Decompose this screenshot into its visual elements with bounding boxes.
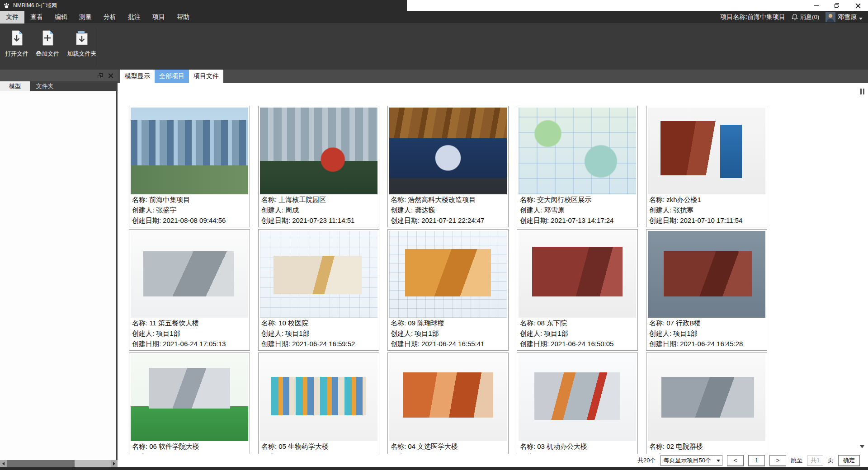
panel-close-button[interactable] <box>108 73 113 78</box>
project-card[interactable]: 名称:10 校医院 创建人:项目1部 创建日期:2021-06-24 16:59… <box>258 229 379 351</box>
project-thumbnail <box>260 354 377 441</box>
window-controls <box>806 0 868 11</box>
page-size-select[interactable]: 每页显示项目50个 <box>660 455 722 466</box>
tab-model-display[interactable]: 模型显示 <box>120 70 155 83</box>
project-name-line: 名称:03 机动办公大楼 <box>519 441 636 451</box>
close-icon <box>855 3 860 8</box>
panel-header <box>0 70 118 81</box>
tab-folder[interactable]: 文件夹 <box>30 81 60 91</box>
messages-button[interactable]: 消息(0) <box>792 13 819 21</box>
load-folder-button[interactable]: 加载文件夹 <box>63 28 101 58</box>
model-tree-area[interactable] <box>0 91 117 460</box>
projects-grid: 名称:前海中集项目 创建人:张盛宇 创建日期:2021-08-08 09:44:… <box>118 83 868 454</box>
project-card[interactable]: 名称:11 第五餐饮大楼 创建人:项目1部 创建日期:2021-06-24 17… <box>129 229 250 351</box>
panel-float-button[interactable] <box>98 73 103 78</box>
project-creator-line: 创建人:龚达巍 <box>389 205 507 215</box>
project-card[interactable]: 名称:06 软件学院大楼 创建人: 创建日期: <box>129 352 250 454</box>
open-file-label: 打开文件 <box>5 50 28 58</box>
project-creator-line: 创建人:周成 <box>260 205 377 215</box>
next-page-button[interactable]: > <box>769 455 786 466</box>
scrollbar-track[interactable] <box>75 460 111 467</box>
project-thumbnail <box>648 108 765 194</box>
project-card[interactable]: 名称:zkh办公楼1 创建人:张抗寒 创建日期:2021-07-10 17:11… <box>646 106 767 227</box>
project-name-line: 名称:07 行政B楼 <box>648 318 765 328</box>
menu-item[interactable]: 项目 <box>146 11 171 24</box>
panel-tabs: 模型 文件夹 <box>0 81 118 91</box>
jump-page-input[interactable]: 共1 <box>807 456 823 466</box>
project-thumbnail <box>389 108 507 194</box>
menu-item[interactable]: 编辑 <box>49 11 73 24</box>
app-icon <box>3 2 10 9</box>
prev-page-button[interactable]: < <box>727 455 744 466</box>
overlay-file-label: 叠加文件 <box>36 50 59 58</box>
project-card[interactable]: 名称:浩然高科大楼改造项目 创建人:龚达巍 创建日期:2021-07-21 22… <box>387 106 509 227</box>
tab-model[interactable]: 模型 <box>0 81 30 91</box>
project-date-line: 创建日期:2021-06-24 16:45:28 <box>648 338 765 349</box>
project-thumbnail <box>131 231 248 318</box>
project-name-line: 名称:zkh办公楼1 <box>648 194 765 205</box>
scroll-right-icon <box>113 462 115 465</box>
open-file-icon <box>9 29 25 47</box>
messages-label: 消息(0) <box>800 13 819 21</box>
horizontal-scrollbar <box>0 460 118 467</box>
project-date-line: 创建日期:2021-07-21 22:24:47 <box>389 215 507 226</box>
project-card[interactable]: 名称:交大闵行校区展示 创建人:邓雪原 创建日期:2021-07-13 14:1… <box>517 106 638 227</box>
project-card[interactable]: 名称:05 生物药学大楼 创建人: 创建日期: <box>258 352 379 454</box>
project-date-line: 创建日期:2021-07-23 11:14:51 <box>260 215 377 226</box>
project-card[interactable]: 名称:07 行政B楼 创建人:项目1部 创建日期:2021-06-24 16:4… <box>646 229 767 351</box>
project-card[interactable]: 名称:08 东下院 创建人:项目1部 创建日期:2021-06-24 16:50… <box>517 229 638 351</box>
menu-bar: 文件 查看 编辑 测量 分析 批注 项目 帮助 项目名称:前海中集项目 消息(0… <box>0 11 868 24</box>
select-dropdown-arrow-icon <box>714 456 722 465</box>
project-thumbnail <box>648 354 765 441</box>
project-card[interactable]: 名称:上海核工院园区 创建人:周成 创建日期:2021-07-23 11:14:… <box>258 106 379 227</box>
project-creator-line: 创建人:邓雪原 <box>519 205 636 215</box>
project-thumbnail <box>519 108 636 194</box>
overlay-file-button[interactable]: 叠加文件 <box>32 28 63 58</box>
menu-bar-right: 项目名称:前海中集项目 消息(0) 邓雪原 <box>720 11 868 24</box>
scrollbar-thumb[interactable] <box>7 460 75 467</box>
tab-all-projects[interactable]: 全部项目 <box>155 70 189 83</box>
menu-item[interactable]: 批注 <box>122 11 146 24</box>
project-date-line: 创建日期:2021-07-10 17:11:54 <box>648 215 765 226</box>
scroll-left-button[interactable] <box>0 460 7 467</box>
project-creator-line: 创建人:张盛宇 <box>131 205 248 215</box>
load-folder-label: 加载文件夹 <box>67 50 97 58</box>
user-avatar <box>826 12 835 22</box>
maximize-button[interactable] <box>826 0 847 11</box>
restore-icon <box>835 3 839 8</box>
vertical-scrollbar-grip[interactable] <box>860 89 864 94</box>
project-card[interactable]: 名称:前海中集项目 创建人:张盛宇 创建日期:2021-08-08 09:44:… <box>129 106 250 227</box>
menu-item[interactable]: 文件 <box>0 11 24 24</box>
file-toolbar: 打开文件 叠加文件 加载文件夹 <box>0 24 868 70</box>
project-card[interactable]: 名称:02 电院群楼 创建人: 创建日期: <box>646 352 767 454</box>
project-name-line: 名称:08 东下院 <box>519 318 636 328</box>
tab-project-files[interactable]: 项目文件 <box>189 70 223 83</box>
current-page-button[interactable]: 1 <box>748 455 765 466</box>
project-card[interactable]: 名称:04 文选医学大楼 创建人: 创建日期: <box>387 352 509 454</box>
user-dropdown-arrow-icon <box>859 18 863 20</box>
close-button[interactable] <box>847 0 868 11</box>
menu-item[interactable]: 测量 <box>73 11 98 24</box>
project-creator-line: 创建人:项目1部 <box>131 328 248 338</box>
scroll-down-icon[interactable] <box>860 445 864 448</box>
menu-item[interactable]: 查看 <box>24 11 49 24</box>
project-name-label: 项目名称:前海中集项目 <box>720 13 785 21</box>
project-creator-line: 创建人:项目1部 <box>519 328 636 338</box>
load-folder-icon <box>73 29 90 47</box>
main-tab-bar: 模型显示 全部项目 项目文件 <box>118 70 868 83</box>
project-card[interactable]: 名称:03 机动办公大楼 创建人: 创建日期: <box>517 352 638 454</box>
project-thumbnail <box>519 231 636 318</box>
open-file-button[interactable]: 打开文件 <box>1 28 32 58</box>
project-card[interactable]: 名称:09 陈瑞球楼 创建人:项目1部 创建日期:2021-06-24 16:5… <box>387 229 509 351</box>
project-creator-line: 创建人:项目1部 <box>389 328 507 338</box>
user-menu[interactable]: 邓雪原 <box>826 12 863 22</box>
main-area: 模型显示 全部项目 项目文件 名称:前海中集项目 创建人:张盛宇 创建日期:20… <box>118 70 868 470</box>
menu-item[interactable]: 分析 <box>98 11 122 24</box>
confirm-button[interactable]: 确定 <box>838 455 860 466</box>
scroll-right-button[interactable] <box>111 460 118 467</box>
toolbar-divider <box>96 28 96 66</box>
minimize-button[interactable] <box>806 0 826 11</box>
project-thumbnail <box>389 231 507 318</box>
menu-item[interactable]: 帮助 <box>171 11 195 24</box>
project-thumbnail <box>389 354 507 441</box>
